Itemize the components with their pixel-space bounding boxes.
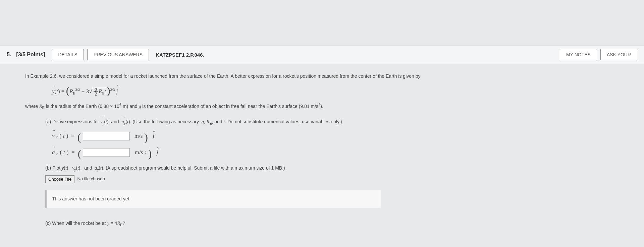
question-header: 5. [3/5 Points] DETAILS PREVIOUS ANSWERS…: [0, 45, 644, 64]
part-a-label: (a) Derive expressions for: [45, 119, 100, 124]
ay-input[interactable]: [83, 148, 130, 157]
problem-reference: KATZPSEF1 2.P.046.: [156, 52, 204, 58]
details-button[interactable]: DETAILS: [52, 49, 84, 60]
part-b: (b) Plot y(t), vy(t), and ay(t). (A spre…: [45, 164, 619, 184]
where-text: where RE is the radius of the Earth (6.3…: [25, 102, 619, 111]
points-label: [3/5 Points]: [16, 52, 45, 58]
vy-unit: m/s: [135, 131, 143, 141]
position-equation: y(t) = (RE3/2 + 3√g2REt)2/3 j: [52, 85, 619, 97]
question-content: In Example 2.6, we considered a simple m…: [0, 64, 644, 228]
problem-intro: In Example 2.6, we considered a simple m…: [25, 72, 619, 80]
ay-unit: m/s: [135, 148, 143, 158]
grading-status: This answer has not been graded yet.: [45, 190, 381, 208]
ay-answer-row: ay(t) = ( m/s2) j: [52, 148, 619, 158]
choose-file-button[interactable]: Choose File: [45, 175, 74, 183]
part-c-label: (c) When will the rocket be at: [45, 221, 107, 226]
previous-answers-button[interactable]: PREVIOUS ANSWERS: [87, 49, 149, 60]
part-a: (a) Derive expressions for vy(t) and ay(…: [45, 118, 619, 158]
my-notes-button[interactable]: MY NOTES: [560, 49, 597, 60]
ask-your-teacher-button[interactable]: ASK YOUR: [600, 49, 637, 60]
vy-input[interactable]: [83, 132, 130, 140]
question-number: 5.: [7, 52, 11, 58]
part-c: (c) When will the rocket be at y = 4RE?: [45, 220, 619, 228]
file-status: No file chosen: [74, 174, 107, 184]
part-b-label: (b) Plot: [45, 165, 62, 171]
vy-answer-row: vy(t) = ( m/s) j: [52, 131, 619, 141]
